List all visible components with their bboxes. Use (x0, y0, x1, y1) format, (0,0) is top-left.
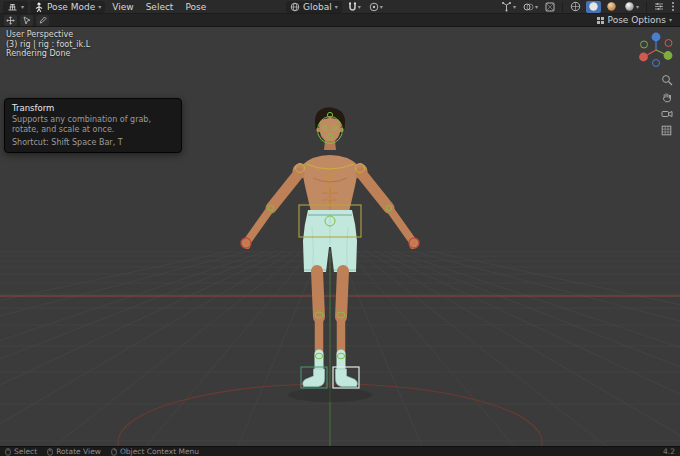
mouse-left-icon (5, 448, 11, 456)
blender-version-text: 4.2 (663, 447, 675, 456)
orthographic-grid-icon (661, 125, 672, 136)
view-name-text: User Perspective (6, 30, 90, 40)
solid-sphere-icon (588, 1, 599, 12)
render-status-text: Rendering Done (6, 49, 90, 59)
sliders-icon (654, 2, 664, 11)
transform-orientation-label: Global (303, 2, 332, 12)
toggle-xray-button[interactable] (543, 1, 557, 13)
mouse-right-icon (111, 448, 117, 456)
hand-icon (661, 91, 673, 103)
menu-select[interactable]: Select (141, 1, 179, 13)
tool-annotate-button[interactable] (36, 15, 49, 26)
menu-view[interactable]: View (107, 1, 138, 13)
viewport-header: ▾ Pose Mode ▾ View Select Pose Global ▾ (0, 0, 680, 14)
axis-z-negative (653, 60, 660, 67)
show-gizmo-dropdown[interactable]: ▾ (499, 1, 518, 13)
chevron-down-icon: ▾ (636, 4, 639, 10)
status-hint-label: Select (14, 447, 37, 456)
pose-options-dropdown[interactable]: Pose Options ▾ (592, 14, 676, 26)
rendered-sphere-icon (624, 1, 635, 12)
chevron-down-icon: ▾ (535, 4, 538, 10)
mode-dropdown-label: Pose Mode (47, 2, 95, 12)
menu-pose[interactable]: Pose (180, 1, 211, 13)
zoom-tool-button[interactable] (659, 73, 674, 86)
blender-window: ▾ Pose Mode ▾ View Select Pose Global ▾ (0, 0, 680, 456)
shading-wireframe-button[interactable] (568, 1, 583, 13)
chevron-down-icon: ▾ (669, 17, 672, 23)
axis-z-positive (652, 33, 661, 42)
status-bar: Select Rotate View Object Context Menu 4… (0, 446, 680, 456)
axis-y-positive (664, 51, 673, 60)
transform-tool-icon (6, 16, 15, 25)
viewport-3d-scene[interactable] (0, 27, 680, 446)
viewport-options-button[interactable] (652, 1, 666, 13)
tooltip: Transform Supports any combination of gr… (4, 98, 182, 153)
editor-3d-viewport-icon (7, 1, 18, 12)
header-separator (562, 2, 563, 12)
axis-x-positive (639, 53, 648, 62)
pan-tool-button[interactable] (659, 90, 674, 103)
status-hint-label: Rotate View (56, 447, 101, 456)
vertical-dots-icon (671, 1, 675, 12)
pencil-icon (39, 16, 47, 25)
globe-icon (290, 2, 300, 12)
editor-menu-button[interactable] (669, 1, 677, 13)
shading-rendered-button[interactable]: ▾ (622, 1, 641, 13)
active-object-text: (3) rig | rig : foot_ik.L (6, 40, 90, 50)
status-hint: Select (5, 447, 37, 456)
options-grid-icon (596, 16, 605, 25)
perspective-toggle-button[interactable] (659, 124, 674, 137)
shading-material-button[interactable] (604, 1, 619, 13)
tooltip-body: Supports any combination of grab, rotate… (12, 115, 174, 136)
character-shadow (288, 388, 372, 402)
header-separator (646, 2, 647, 12)
editor-type-button[interactable]: ▾ (3, 1, 28, 13)
status-hint: Rotate View (47, 447, 101, 456)
magnet-icon (348, 2, 357, 13)
wireframe-sphere-icon (570, 1, 581, 12)
mode-dropdown[interactable]: Pose Mode ▾ (30, 1, 105, 13)
status-hint: Object Context Menu (111, 447, 199, 456)
chevron-down-icon: ▾ (98, 4, 101, 10)
axis-y-negative (641, 41, 648, 48)
tool-bar-right: Pose Options ▾ (592, 14, 676, 26)
overlays-icon (523, 2, 534, 12)
header-right-controls: ▾ ▾ (499, 1, 677, 13)
cursor-select-icon (23, 16, 31, 25)
3d-viewport[interactable]: User Perspective (3) rig | rig : foot_ik… (0, 27, 680, 446)
proportional-editing-button[interactable]: ▾ (367, 1, 385, 13)
status-hint-label: Object Context Menu (120, 447, 199, 456)
viewport-info-overlay: User Perspective (3) rig | rig : foot_ik… (6, 30, 90, 59)
magnifier-icon (661, 74, 673, 86)
tooltip-title: Transform (12, 103, 174, 113)
pose-mode-icon (34, 2, 44, 12)
header-center-controls: Global ▾ ▾ ▾ (286, 1, 385, 13)
material-sphere-icon (606, 1, 617, 12)
proportional-editing-icon (369, 2, 379, 12)
chevron-down-icon: ▾ (380, 4, 383, 10)
shading-solid-button[interactable] (586, 1, 601, 13)
snap-toggle-button[interactable]: ▾ (346, 1, 363, 13)
pose-options-label: Pose Options (608, 15, 666, 25)
show-overlays-dropdown[interactable]: ▾ (521, 1, 540, 13)
mouse-middle-icon (47, 448, 53, 456)
tool-settings-bar: Pose Options ▾ (0, 14, 680, 27)
chevron-down-icon: ▾ (513, 4, 516, 10)
chevron-down-icon: ▾ (358, 4, 361, 10)
gizmo-axes-icon (501, 1, 512, 12)
camera-icon (661, 109, 673, 119)
navigation-gizmo[interactable] (636, 30, 676, 70)
active-tool-button[interactable] (4, 15, 17, 26)
transform-orientation-dropdown[interactable]: Global ▾ (286, 1, 342, 13)
axis-x-negative (665, 40, 672, 47)
viewport-side-tools (659, 73, 674, 137)
chevron-down-icon: ▾ (335, 4, 338, 10)
xray-icon (545, 2, 555, 12)
camera-view-button[interactable] (659, 107, 674, 120)
chevron-down-icon: ▾ (21, 4, 24, 10)
tooltip-shortcut: Shortcut: Shift Space Bar, T (12, 138, 174, 147)
tool-fallback-button[interactable] (20, 15, 33, 26)
